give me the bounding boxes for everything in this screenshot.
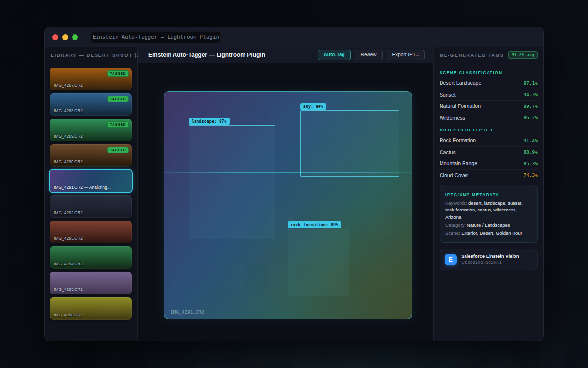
review-button[interactable]: Review (355, 50, 383, 60)
iptc-metadata-title: IPTC/XMP METADATA (445, 192, 532, 197)
thumbnail-filename: IMG_4293.CR2 (54, 236, 83, 241)
close-window-button[interactable] (52, 34, 58, 40)
tag-confidence-value: 97.1% (523, 80, 538, 86)
auto-tag-button[interactable]: Auto-Tag (318, 50, 351, 60)
tag-label: Natural Formation (440, 103, 481, 109)
metadata-key: Scene: (445, 230, 461, 236)
main-header: Einstein Auto-Tagger — Lightroom Plugin … (138, 47, 433, 63)
thumbnail-item[interactable]: IMG_4291.CR2 — Analyzing... (50, 170, 132, 192)
detection-label: sky: 94% (300, 103, 326, 110)
einstein-logo-icon: E (445, 254, 457, 265)
window-title: Einstein Auto-Tagger — Lightroom Plugin (91, 31, 221, 43)
iptc-metadata-box: IPTC/XMP METADATA Keywords: desert, land… (440, 185, 538, 243)
thumbnail-item[interactable]: IMG_4293.CR2 (50, 221, 132, 243)
tag-section: OBJECTS DETECTED Rock Formation 91.4% Ca… (440, 128, 538, 181)
engine-id: US20210241019A1 (461, 260, 519, 266)
tagged-badge: TAGGED (107, 70, 129, 77)
thumbnail-filename: IMG_4290.CR2 (54, 159, 83, 164)
engine-info: Salesforce Einstein Vision US20210241019… (461, 253, 519, 266)
tagged-badge: TAGGED (107, 121, 129, 128)
thumbnail-item[interactable]: IMG_4296.CR2 (50, 297, 132, 320)
thumbnail-filename: IMG_4288.CR2 (54, 108, 83, 113)
library-header: LIBRARY — DESERT SHOOT (24) (45, 47, 137, 63)
desktop-background: { "titlebar": { "title": "Einstein Auto-… (0, 0, 588, 368)
library-sidebar: LIBRARY — DESERT SHOOT (24) IMG_4287.CR2… (45, 47, 138, 341)
panel-body: SCENE CLASSIFICATION Desert Landscape 97… (434, 63, 543, 275)
tag-confidence-value: 74.3% (523, 172, 538, 178)
export-iptc-button[interactable]: Export IPTC (387, 50, 425, 60)
metadata-line: Category: Nature / Landscapes (445, 222, 532, 229)
tagged-badge: TAGGED (107, 147, 129, 153)
image-stage: landscape: 97% sky: 94% rock_formation: … (138, 63, 433, 341)
detection-bounding-box[interactable]: rock_formation: 89% (288, 229, 349, 296)
metadata-line: Keywords: desert, landscape, sunset, roc… (445, 200, 532, 221)
minimize-window-button[interactable] (62, 34, 68, 40)
app-window: Einstein Auto-Tagger — Lightroom Plugin … (44, 27, 544, 341)
panel-header: ML-GENERATED TAGS 93.2% avg (434, 47, 543, 63)
metadata-value: Nature / Landscapes (467, 222, 510, 228)
tag-label: Desert Landscape (440, 80, 481, 86)
detection-label: landscape: 97% (189, 118, 230, 125)
tag-row: Desert Landscape 97.1% (440, 78, 538, 89)
tag-row: Rock Formation 91.4% (440, 135, 538, 147)
tag-confidence-value: 91.4% (523, 138, 538, 143)
tag-confidence-value: 88.9% (523, 149, 538, 155)
image-preview-canvas[interactable]: landscape: 97% sky: 94% rock_formation: … (164, 91, 412, 319)
thumbnail-item[interactable]: IMG_4292.CR2 (50, 195, 132, 218)
tag-sections: SCENE CLASSIFICATION Desert Landscape 97… (440, 70, 538, 181)
tag-confidence-value: 86.2% (523, 115, 538, 120)
metadata-key: Category: (445, 222, 467, 228)
metadata-value: Exterior, Desert, Golden Hour (461, 230, 522, 236)
section-rows: Desert Landscape 97.1% Sunset 94.3% Natu… (440, 78, 538, 123)
panel-title: ML-GENERATED TAGS (440, 53, 504, 58)
section-title: OBJECTS DETECTED (440, 128, 538, 132)
thumbnail-filename: IMG_4289.CR2 (54, 134, 83, 139)
detection-bounding-box[interactable]: sky: 94% (300, 110, 399, 177)
tag-row: Cactus 88.9% (440, 147, 538, 158)
iptc-metadata-rows: Keywords: desert, landscape, sunset, roc… (445, 200, 532, 237)
tag-label: Cloud Cover (440, 172, 468, 178)
tag-confidence-value: 85.3% (523, 161, 538, 166)
zoom-window-button[interactable] (72, 34, 78, 40)
tag-label: Mountain Range (440, 160, 477, 166)
tag-confidence-value: 89.7% (523, 104, 538, 109)
thumbnail-item[interactable]: IMG_4290.CR2 TAGGED (50, 144, 132, 167)
thumbnail-filename: IMG_4287.CR2 (54, 83, 83, 88)
thumbnail-item[interactable]: IMG_4289.CR2 TAGGED (50, 119, 132, 141)
tag-label: Rock Formation (440, 137, 476, 143)
thumbnail-filename: IMG_4295.CR2 (54, 287, 83, 292)
tag-row: Natural Formation 89.7% (440, 101, 538, 112)
titlebar: Einstein Auto-Tagger — Lightroom Plugin (45, 27, 543, 47)
thumbnail-item[interactable]: IMG_4294.CR2 (50, 246, 132, 269)
engine-name: Salesforce Einstein Vision (461, 253, 519, 260)
tag-section: SCENE CLASSIFICATION Desert Landscape 97… (440, 70, 538, 123)
window-controls (52, 34, 78, 40)
tag-row: Sunset 94.3% (440, 89, 538, 101)
thumbnail-list: IMG_4287.CR2 TAGGED IMG_4288.CR2 TAGGED … (45, 63, 137, 341)
thumbnail-filename: IMG_4294.CR2 (54, 262, 83, 266)
tag-row: Mountain Range 85.3% (440, 158, 538, 170)
tag-row: Wilderness 86.2% (440, 112, 538, 124)
tag-label: Cactus (440, 149, 456, 155)
thumbnail-filename: IMG_4292.CR2 (54, 210, 83, 215)
thumbnail-item[interactable]: IMG_4295.CR2 (50, 272, 132, 294)
tag-label: Wilderness (440, 115, 465, 121)
page-title: Einstein Auto-Tagger — Lightroom Plugin (148, 52, 265, 58)
tag-confidence-value: 94.3% (523, 92, 538, 97)
detection-bounding-box[interactable]: landscape: 97% (189, 125, 275, 240)
tagged-badge: TAGGED (107, 96, 129, 102)
tag-row: Cloud Cover 74.3% (440, 170, 538, 181)
thumbnail-item[interactable]: IMG_4288.CR2 TAGGED (50, 93, 132, 116)
section-title: SCENE CLASSIFICATION (440, 70, 538, 75)
canvas-filename: IMG_4291.CR2 (171, 309, 204, 315)
thumbnail-filename: IMG_4291.CR2 — Analyzing... (54, 185, 111, 190)
section-rows: Rock Formation 91.4% Cactus 88.9% Mounta… (440, 135, 538, 181)
ml-tags-panel: ML-GENERATED TAGS 93.2% avg SCENE CLASSI… (433, 47, 543, 341)
tag-label: Sunset (440, 92, 456, 98)
avg-confidence-badge: 93.2% avg (508, 51, 538, 59)
toolbar: Auto-Tag Review Export IPTC (318, 50, 425, 60)
metadata-key: Keywords: (445, 200, 468, 206)
window-content: LIBRARY — DESERT SHOOT (24) IMG_4287.CR2… (45, 47, 543, 341)
einstein-vision-card: E Salesforce Einstein Vision US202102410… (440, 249, 538, 270)
thumbnail-item[interactable]: IMG_4287.CR2 TAGGED (50, 68, 132, 90)
